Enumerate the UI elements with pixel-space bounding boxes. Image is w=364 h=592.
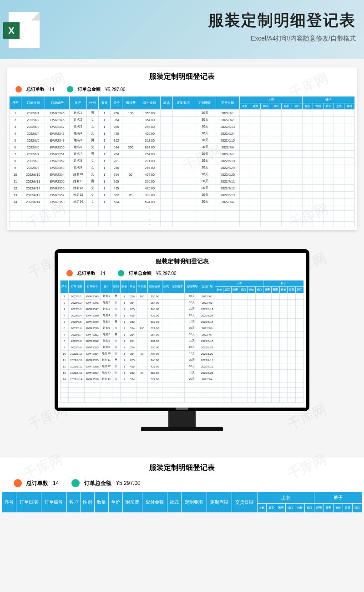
cell [231,306,239,312]
cell [279,300,288,306]
cell [323,192,334,199]
cell [281,110,292,117]
cell: 7 [10,151,21,158]
table-row: 122022/6/12EWR2356姓名12女1425425.0030天2022… [61,363,304,370]
cell [344,171,354,178]
cell [302,185,313,192]
cell: 354 [128,351,136,357]
cell [255,293,263,300]
cell [271,137,281,144]
cell [271,185,281,192]
cell [172,164,194,171]
cell [45,216,70,222]
cell [128,393,136,398]
cell: 524 [128,376,136,383]
cell [272,370,280,376]
cell [122,178,139,185]
cell: - [147,398,162,403]
cell [247,370,255,376]
cell [288,393,296,398]
cell: 2022/6/23 [216,192,239,199]
col-header: 应付金额 [139,97,161,110]
cell [255,312,263,319]
cell: 姓名7 [69,151,86,158]
cell: 30天 [185,293,199,300]
cell: 姓名8 [69,158,86,164]
cell [247,300,255,306]
cell [296,393,304,398]
cell [292,199,302,205]
cell [260,151,271,158]
cell [215,306,223,312]
cell [10,222,21,227]
cell: 30天 [194,185,216,192]
cell [323,178,334,185]
amount-label: 订单总金额 [129,270,152,276]
cell [272,338,280,344]
cell [288,357,296,363]
cell: 2022/6/8 [21,158,45,164]
cell [302,123,313,130]
cell: 1 [120,293,128,300]
cell [101,393,112,398]
cell [250,216,260,222]
cell [136,376,148,383]
cell [313,137,323,144]
col-subheader: 领口 [239,287,248,293]
col-header: 交货日期 [199,281,215,293]
cell [255,351,263,357]
col-header: 定制要求 [170,281,185,293]
col-subheader: 臀围 [324,504,334,513]
cell [260,205,271,211]
cell [250,144,260,151]
cell: 10 [61,351,69,357]
cell [272,383,280,388]
cell [344,158,354,164]
col-header: 单价 [109,492,123,513]
cell [344,123,354,130]
cell: 254 [128,332,136,338]
cell [263,325,272,332]
cell: 10 [10,171,21,178]
cell [288,398,296,403]
cell: EWR2356 [45,185,70,192]
cell: 1 [120,325,128,332]
cell [239,376,248,383]
cell: 姓名4 [69,130,86,137]
cell [239,130,250,137]
cell [281,222,292,227]
cell: 362 [128,319,136,325]
table-row: 32022/6/3EWR2347姓名3女1265265.0010天2022/6/… [10,123,355,130]
table-row: 72022/6/7EWR2351姓名7男1254254.0030天2022/7/… [10,151,355,158]
cell [69,205,86,211]
cell [302,117,313,123]
cell [323,164,334,171]
cell [172,130,194,137]
cell [272,300,280,306]
cell [281,144,292,151]
col-subheader: 领口 [271,103,281,110]
col-subheader: 腰围 [263,287,272,293]
cell: EWR2346 [45,117,70,123]
orders-label: 总订单数 [77,270,96,276]
cell [215,370,223,376]
cell [239,325,248,332]
cell [120,383,128,388]
cell [199,388,215,393]
cell: 2022/6/12 [21,185,45,192]
cell [162,370,170,376]
cell [61,383,69,388]
cell [170,376,185,383]
cell: - [139,205,161,211]
cell: 姓名1 [101,293,112,300]
cell [272,332,280,338]
monitor-logo-icon [176,408,188,410]
cell: EWR2354 [45,171,70,178]
cell [136,319,148,325]
col-subheader: 肩宽 [250,103,260,110]
cell [263,388,272,393]
cell: 2022/6/3 [68,306,84,312]
cell [170,319,185,325]
cell: 2022/7/11 [199,357,215,363]
cell [260,171,271,178]
